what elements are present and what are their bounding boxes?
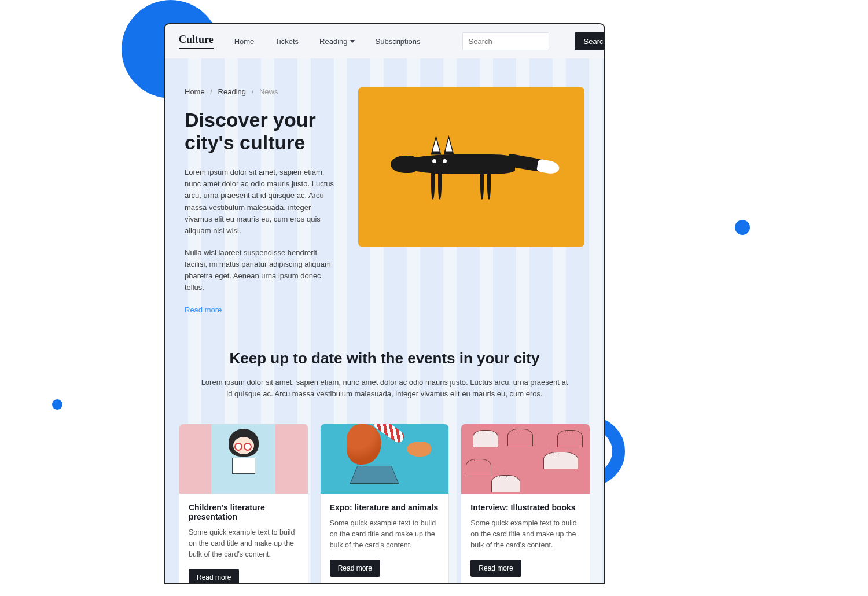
card-read-more-button[interactable]: Read more — [330, 560, 380, 577]
nav-reading-label: Reading — [319, 37, 347, 46]
event-card: Interview: Illustrated books Some quick … — [461, 424, 590, 584]
card-text: Some quick example text to build on the … — [470, 518, 580, 550]
decorative-circle — [735, 220, 750, 235]
hero-section: Home / Reading / News Discover your city… — [165, 58, 604, 332]
events-title: Keep up to date with the events in your … — [200, 349, 569, 367]
hero-paragraph-2: Nulla wisi laoreet suspendisse hendrerit… — [185, 247, 335, 294]
decorative-circle — [52, 399, 62, 410]
brand-logo[interactable]: Culture — [179, 34, 214, 49]
nav-reading-dropdown[interactable]: Reading — [319, 37, 354, 46]
fox-illustration — [379, 133, 564, 202]
hero-title: Discover your city's culture — [185, 109, 335, 154]
hero-illustration — [358, 87, 584, 247]
event-card: Children's literature presentation Some … — [179, 424, 308, 584]
events-intro: Keep up to date with the events in your … — [165, 332, 604, 424]
card-read-more-button[interactable]: Read more — [189, 569, 239, 584]
card-illustration — [321, 424, 449, 494]
search-button[interactable]: Search — [575, 32, 605, 50]
cards-row: Children's literature presentation Some … — [165, 424, 604, 584]
caret-down-icon — [350, 40, 355, 43]
breadcrumb-separator: / — [252, 87, 254, 96]
breadcrumb-home[interactable]: Home — [185, 87, 205, 96]
card-title: Expo: literature and animals — [330, 503, 440, 512]
card-title: Children's literature presentation — [189, 503, 299, 521]
card-text: Some quick example text to build on the … — [189, 527, 299, 560]
card-title: Interview: Illustrated books — [470, 503, 580, 512]
nav-subscriptions[interactable]: Subscriptions — [376, 37, 421, 46]
hero-read-more-link[interactable]: Read more — [185, 306, 222, 314]
nav-tickets[interactable]: Tickets — [275, 37, 299, 46]
breadcrumb: Home / Reading / News — [185, 87, 335, 96]
card-read-more-button[interactable]: Read more — [470, 560, 521, 577]
breadcrumb-reading[interactable]: Reading — [218, 87, 246, 96]
nav-home[interactable]: Home — [234, 37, 255, 46]
event-card: Expo: literature and animals Some quick … — [320, 424, 450, 584]
breadcrumb-current: News — [259, 87, 278, 96]
card-illustration — [461, 424, 590, 494]
hero-paragraph-1: Lorem ipsum dolor sit amet, sapien etiam… — [185, 167, 335, 237]
events-subtitle: Lorem ipsum dolor sit amet, sapien etiam… — [200, 377, 569, 401]
navbar: Culture Home Tickets Reading Subscriptio… — [165, 24, 604, 58]
page-frame: Culture Home Tickets Reading Subscriptio… — [164, 23, 605, 584]
search-input[interactable] — [462, 32, 549, 50]
breadcrumb-separator: / — [210, 87, 212, 96]
card-text: Some quick example text to build on the … — [330, 518, 440, 550]
card-illustration — [179, 424, 308, 494]
